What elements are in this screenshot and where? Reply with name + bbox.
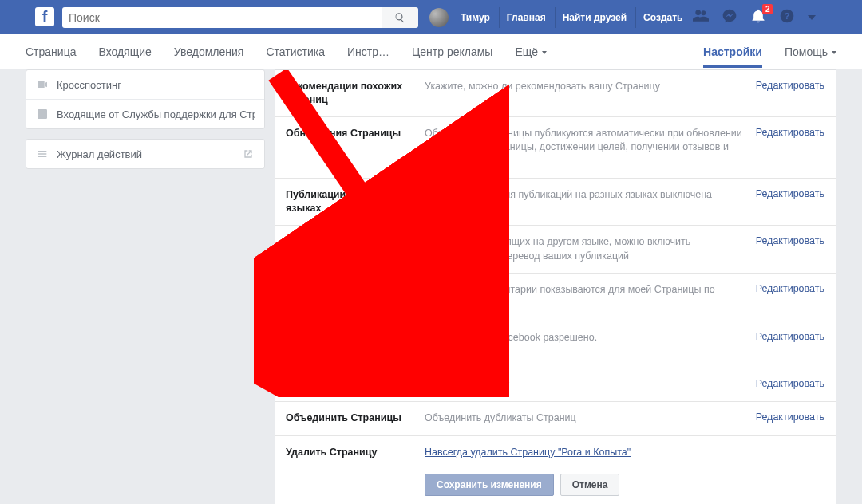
tab-notif[interactable]: Уведомления xyxy=(174,36,244,68)
video-icon xyxy=(36,78,49,91)
sidebar-item-crossposting[interactable]: Кросспостинг xyxy=(26,70,264,100)
row-label: Публикации на разных языках xyxy=(286,188,412,215)
nav-home[interactable]: Главная xyxy=(499,7,553,28)
sidebar-item-activity-log[interactable]: Журнал действий xyxy=(26,140,264,168)
row-label: Обновления Страницы xyxy=(286,127,412,140)
profile-link[interactable]: Тимур xyxy=(453,7,497,28)
row-comment-ranking: Рейтинг комментариев Новейшие комментари… xyxy=(275,274,836,321)
facebook-square-icon xyxy=(36,108,49,120)
help-icon[interactable]: ? xyxy=(779,8,795,26)
nav-find-friends[interactable]: Найти друзей xyxy=(555,7,634,28)
tab-tools[interactable]: Инстр… xyxy=(347,36,389,68)
edit-link[interactable]: Редактировать xyxy=(756,188,824,199)
settings-content: Рекомендации похожих Страниц Укажите, мо… xyxy=(275,69,836,504)
top-icons: 2 ? xyxy=(693,8,816,26)
row-desc: Объединить дубликаты Страниц xyxy=(425,411,743,426)
friend-requests-icon[interactable] xyxy=(693,8,709,26)
top-links: Тимур Главная Найти друзей Создать xyxy=(429,7,690,28)
edit-link[interactable]: Редактировать xyxy=(756,80,824,91)
edit-link[interactable]: Редактировать xyxy=(756,378,824,389)
row-multilang-posts: Публикации на разных языках Функция напи… xyxy=(275,179,836,226)
row-label: Объединить Страницы xyxy=(286,411,412,425)
row-content-distribution: Распространение контента Скачивание на F… xyxy=(275,321,836,368)
search-input[interactable] xyxy=(62,7,382,28)
tab-inbox[interactable]: Входящие xyxy=(98,36,151,68)
save-button[interactable]: Сохранить изменения xyxy=(425,474,554,496)
edit-link[interactable]: Редактировать xyxy=(756,235,824,246)
edit-link[interactable]: Редактировать xyxy=(756,331,824,342)
row-delete-page: Удалить Страницу Навсегда удалить Страни… xyxy=(275,436,836,504)
messenger-icon[interactable] xyxy=(722,8,737,26)
row-desc: Функция написания публикаций на разных я… xyxy=(425,188,743,203)
row-download-page: Скачать Страницу Скачать Страницу Редакт… xyxy=(275,368,836,403)
row-similar-pages: Рекомендации похожих Страниц Укажите, мо… xyxy=(275,70,836,117)
svg-text:?: ? xyxy=(785,11,790,21)
row-label: Рекомендации похожих Страниц xyxy=(286,80,412,107)
button-bar: Сохранить изменения Отмена xyxy=(425,474,824,496)
tab-help[interactable]: Помощь xyxy=(785,36,836,68)
row-label: Автоматический перевод xyxy=(286,235,412,249)
tab-insights[interactable]: Статистика xyxy=(266,36,325,68)
sidebar-item-label: Журнал действий xyxy=(57,148,142,160)
sidebar-item-support-inbox[interactable]: Входящие от Службы поддержки для Стр xyxy=(26,100,264,128)
topbar: f Тимур Главная Найти друзей Создать 2 ? xyxy=(0,0,862,34)
sidebar-group-1: Кросспостинг Входящие от Службы поддержк… xyxy=(26,69,265,129)
row-desc: Навсегда удалить Страницу "Рога и Копыта… xyxy=(425,446,824,497)
tab-page[interactable]: Страница xyxy=(26,36,76,68)
subnav: Страница Входящие Уведомления Статистика… xyxy=(0,34,862,69)
edit-link[interactable]: Редактировать xyxy=(756,127,824,138)
sidebar-item-label: Кросспостинг xyxy=(57,79,121,91)
row-label: Удалить Страницу xyxy=(286,446,412,459)
row-desc: Скачивание на Facebook разрешено. xyxy=(425,331,743,345)
row-merge-pages: Объединить Страницы Объединить дубликаты… xyxy=(275,402,836,436)
sidebar-item-label: Входящие от Службы поддержки для Стр xyxy=(57,108,255,120)
search-icon xyxy=(394,12,405,23)
row-page-updates: Обновления Страницы Обновления Страницы … xyxy=(275,117,836,179)
sidebar: Кросспостинг Входящие от Службы поддержк… xyxy=(26,69,265,179)
row-desc: Для людей, говорящих на другом языке, мо… xyxy=(425,235,743,263)
row-auto-translate: Автоматический перевод Для людей, говоря… xyxy=(275,226,836,274)
notifications-badge: 2 xyxy=(762,4,773,14)
tab-settings[interactable]: Настройки xyxy=(703,36,762,68)
row-desc: Новейшие комментарии показываются для мо… xyxy=(425,283,743,311)
avatar[interactable] xyxy=(429,8,449,27)
notifications-icon[interactable]: 2 xyxy=(750,8,766,26)
facebook-logo[interactable]: f xyxy=(35,7,54,26)
edit-link[interactable]: Редактировать xyxy=(756,411,824,423)
row-label: Рейтинг комментариев xyxy=(286,283,412,297)
row-desc: Обновления Страницы публикуются автомати… xyxy=(425,127,743,169)
sidebar-group-2: Журнал действий xyxy=(26,139,265,169)
page-body: Кросспостинг Входящие от Службы поддержк… xyxy=(0,69,862,504)
search-button[interactable] xyxy=(382,7,418,28)
delete-page-link[interactable]: Навсегда удалить Страницу "Рога и Копыта… xyxy=(425,447,631,458)
nav-create[interactable]: Создать xyxy=(635,7,690,28)
tab-more[interactable]: Ещё xyxy=(515,36,547,68)
search-wrap xyxy=(62,7,418,28)
edit-link[interactable]: Редактировать xyxy=(756,283,824,294)
tab-adcenter[interactable]: Центр рекламы xyxy=(412,36,492,68)
external-icon xyxy=(242,148,255,160)
row-label: Распространение контента xyxy=(286,331,412,358)
row-label: Скачать Страницу xyxy=(286,378,412,392)
list-icon xyxy=(36,148,49,160)
account-menu-caret[interactable] xyxy=(808,15,816,20)
svg-rect-2 xyxy=(38,109,47,119)
row-desc: Укажите, можно ли рекомендовать вашу Стр… xyxy=(425,80,743,94)
row-desc: Скачать Страницу xyxy=(425,378,743,392)
cancel-button[interactable]: Отмена xyxy=(560,474,620,496)
